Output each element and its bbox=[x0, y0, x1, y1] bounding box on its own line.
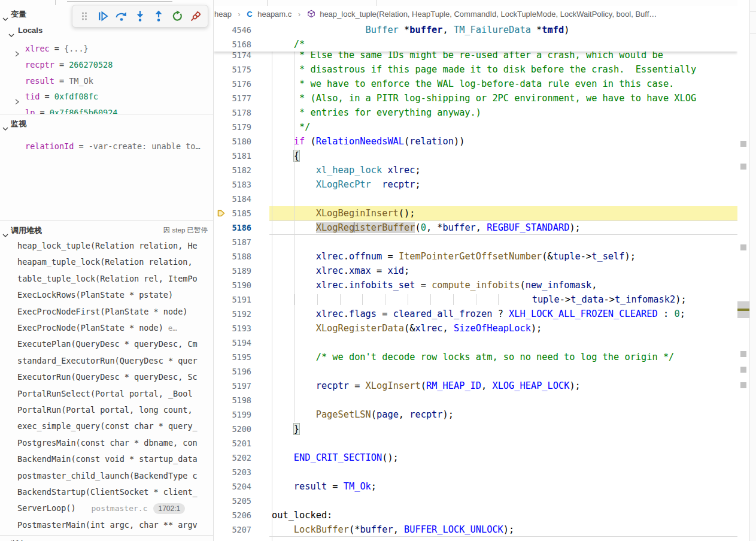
code-line-5194[interactable]: 5194 bbox=[214, 336, 737, 350]
code-line-5200[interactable]: 5200 } bbox=[214, 422, 737, 436]
code-line-5184[interactable]: 5184 bbox=[214, 192, 737, 206]
stack-frame[interactable]: heap_lock_tuple(Relation relation, He bbox=[0, 238, 214, 254]
stack-frame[interactable]: PostgresMain(const char * dbname, con bbox=[0, 435, 214, 451]
variable-name: xlrec bbox=[25, 44, 50, 53]
code-line-5196[interactable]: 5196 bbox=[214, 364, 737, 379]
code-line-5204[interactable]: 5204 result = TM_Ok; bbox=[214, 479, 737, 494]
step-over-button[interactable] bbox=[112, 7, 130, 25]
section-header-callstack[interactable]: 调用堆栈 因 step 已暂停 bbox=[0, 222, 214, 238]
code-line-5182[interactable]: 5182 xl_heap_lock xlrec; bbox=[214, 163, 737, 177]
breadcrumb-symbol[interactable]: heap_lock_tuple(Relation, HeapTuple, Com… bbox=[320, 10, 657, 19]
stack-frame[interactable]: ExecutorRun(QueryDesc * queryDesc, Sc bbox=[0, 369, 214, 385]
code-line-5208[interactable]: 5208 bbox=[214, 537, 737, 541]
local-variable-row[interactable]: lp = 0x7f86f5b60924 bbox=[0, 105, 214, 114]
code-line-5195[interactable]: 5195 /* we don't decode row locks atm, s… bbox=[214, 350, 737, 364]
code-line-5176[interactable]: 5176 * we have to enforce the WAL log-be… bbox=[214, 77, 737, 91]
line-number: 5190 bbox=[214, 278, 251, 292]
watch-expression-row[interactable]: relationId = -var-create: unable to… bbox=[0, 138, 214, 155]
stack-frame[interactable]: ExecLockRows(PlanState * pstate) bbox=[0, 287, 214, 303]
code-line-5205[interactable]: 5205 bbox=[214, 494, 737, 508]
line-number: 5191 bbox=[214, 292, 251, 307]
local-variable-row[interactable]: xlrec = {...} bbox=[0, 41, 214, 57]
code-text: XLogRegisterBuffer(0, *buffer, REGBUF_ST… bbox=[269, 220, 737, 235]
code-text: result = TM_Ok; bbox=[269, 479, 737, 494]
code-line-5193[interactable]: 5193 XLogRegisterData(&xlrec, SizeOfHeap… bbox=[214, 321, 737, 336]
frame-label: heapam_tuple_lock(Relation relation, bbox=[17, 257, 193, 267]
watch-title: 监视 bbox=[11, 116, 26, 132]
code-text bbox=[269, 494, 737, 508]
stack-frame[interactable]: PortalRunSelect(Portal portal, _Bool bbox=[0, 386, 214, 402]
code-line-5198[interactable]: 5198 bbox=[214, 393, 737, 407]
debug-sidebar: 变量 Locals xlrec = {...}recptr = 26627052… bbox=[0, 0, 214, 541]
code-line-5192[interactable]: 5192 xlrec.flags = cleared_all_frozen ? … bbox=[214, 307, 737, 321]
code-line-5191[interactable]: 5191 tuple->t_data->t_infomask2); bbox=[214, 292, 737, 307]
code-line-5183[interactable]: 5183 XLogRecPtr recptr; bbox=[214, 177, 737, 192]
code-line-5185[interactable]: 5185 XLogBeginInsert(); bbox=[214, 206, 737, 220]
code-line-5207[interactable]: 5207 LockBuffer(*buffer, BUFFER_LOCK_UNL… bbox=[214, 522, 737, 537]
code-line-5178[interactable]: 5178 * entries for everything anyway.) bbox=[214, 105, 737, 120]
code-line-5177[interactable]: 5177 * (Also, in a PITR log-shipping or … bbox=[214, 91, 737, 105]
breadcrumb-folder[interactable]: heap bbox=[214, 10, 232, 19]
code-line-5189[interactable]: 5189 xlrec.xmax = xid; bbox=[214, 264, 737, 278]
stack-frame[interactable]: BackendStartup(ClientSocket * client_ bbox=[0, 484, 214, 500]
code-line-5188[interactable]: 5188 xlrec.offnum = ItemPointerGetOffset… bbox=[214, 249, 737, 264]
stack-frame[interactable]: ExecProcNode(PlanState * node)e… bbox=[0, 320, 214, 336]
code-line-5190[interactable]: 5190 xlrec.infobits_set = compute_infobi… bbox=[214, 278, 737, 292]
restart-button[interactable] bbox=[168, 7, 186, 25]
pane-divider-line bbox=[750, 33, 756, 34]
code-line-5168[interactable]: 5168 /* bbox=[214, 37, 737, 52]
code-line-5180[interactable]: 5180 if (RelationNeedsWAL(relation)) bbox=[214, 134, 737, 149]
stack-frame[interactable]: exec_simple_query(const char * query_ bbox=[0, 418, 214, 434]
step-into-button[interactable] bbox=[130, 7, 149, 25]
code-line-5197[interactable]: 5197 recptr = XLogInsert(RM_HEAP_ID, XLO… bbox=[214, 379, 737, 393]
frame-suffix: e… bbox=[168, 324, 177, 333]
stack-frame[interactable]: ExecutePlan(QueryDesc * queryDesc, Cm bbox=[0, 336, 214, 352]
stack-frame[interactable]: ExecProcNodeFirst(PlanState * node) bbox=[0, 304, 214, 320]
code-line-5199[interactable]: 5199 PageSetLSN(page, recptr); bbox=[214, 407, 737, 422]
toolbar-gripper[interactable] bbox=[75, 7, 93, 25]
code-line-5201[interactable]: 5201 bbox=[214, 436, 737, 451]
code-line-5179[interactable]: 5179 */ bbox=[214, 120, 737, 134]
vscode-debug-window: 变量 Locals xlrec = {...}recptr = 26627052… bbox=[0, 0, 756, 541]
frame-label: ExecLockRows(PlanState * pstate) bbox=[17, 290, 173, 300]
line-number: 5177 bbox=[214, 91, 251, 105]
code-text: xl_heap_lock xlrec; bbox=[269, 163, 737, 177]
chevron-right-icon[interactable] bbox=[14, 46, 20, 57]
step-out-button[interactable] bbox=[149, 7, 168, 25]
editor-scrollbar[interactable] bbox=[737, 23, 749, 541]
stack-frame[interactable]: PortalRun(Portal portal, long count, bbox=[0, 402, 214, 418]
code-line-5181[interactable]: 5181 { bbox=[214, 149, 737, 163]
stack-frame[interactable]: standard_ExecutorRun(QueryDesc * quer bbox=[0, 353, 214, 369]
chevron-right-icon[interactable] bbox=[14, 94, 20, 105]
code-line-5186[interactable]: 5186 XLogRegisterBuffer(0, *buffer, REGB… bbox=[214, 220, 737, 235]
symbol-method-icon bbox=[307, 7, 315, 23]
stack-frame[interactable]: BackendMain(const void * startup_data bbox=[0, 451, 214, 467]
stack-frame[interactable]: ServerLoop()postmaster.c1702:1 bbox=[0, 500, 214, 516]
variable-value: TM_Ok bbox=[69, 76, 93, 86]
frame-line-badge: 1702:1 bbox=[153, 503, 185, 514]
code-line-4546[interactable]: 4546 Buffer *buffer, TM_FailureData *tmf… bbox=[214, 23, 737, 37]
breadcrumb-file[interactable]: heapam.c bbox=[257, 10, 292, 19]
code-line-5175[interactable]: 5175 * disastrous if this page made it t… bbox=[214, 62, 737, 77]
line-number: 5180 bbox=[214, 134, 251, 149]
stack-frame[interactable]: table_tuple_lock(Relation rel, ItemPo bbox=[0, 271, 214, 287]
stack-frame[interactable]: postmaster_child_launch(BackendType c bbox=[0, 468, 214, 484]
stack-frame[interactable]: heapam_tuple_lock(Relation relation, bbox=[0, 254, 214, 270]
local-variable-row[interactable]: result = TM_Ok bbox=[0, 73, 214, 89]
code-line-5206[interactable]: 5206out_locked: bbox=[214, 508, 737, 522]
line-number: 5184 bbox=[214, 192, 251, 206]
section-header-breakpoints[interactable]: 断点 bbox=[0, 536, 214, 541]
restart-icon bbox=[171, 10, 183, 22]
section-header-watch[interactable]: 监视 bbox=[0, 116, 214, 132]
code-line-5202[interactable]: 5202 END_CRIT_SECTION(); bbox=[214, 451, 737, 465]
local-variable-row[interactable]: tid = 0xfdf08fc bbox=[0, 89, 214, 105]
code-line-5187[interactable]: 5187 bbox=[214, 235, 737, 249]
line-number: 5188 bbox=[214, 249, 251, 264]
local-variable-row[interactable]: recptr = 266270528 bbox=[0, 57, 214, 73]
line-number: 5181 bbox=[214, 149, 251, 163]
disconnect-button[interactable] bbox=[186, 7, 205, 25]
continue-button[interactable] bbox=[93, 7, 112, 25]
stack-frame[interactable]: PostmasterMain(int argc, char ** argv bbox=[0, 517, 214, 533]
code-line-5203[interactable]: 5203 bbox=[214, 465, 737, 479]
line-number: 5199 bbox=[214, 407, 251, 422]
